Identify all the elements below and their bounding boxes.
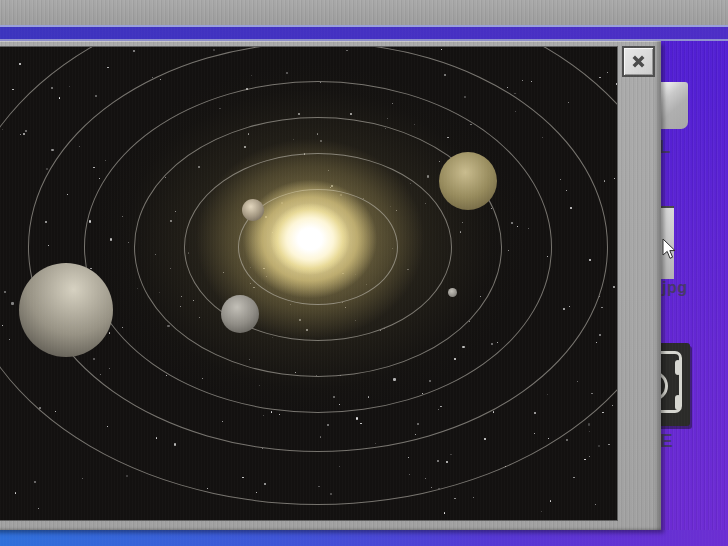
planet-rocky-gray	[221, 295, 259, 333]
close-button[interactable]	[622, 46, 655, 77]
top-panel	[0, 0, 728, 25]
accent-divider-bottom	[0, 530, 728, 546]
safe-hinge-glyph	[675, 395, 681, 410]
image-viewer-window	[0, 41, 661, 530]
planet-inner-moon	[242, 199, 264, 221]
planets	[0, 47, 617, 520]
planet-small-dot	[448, 288, 457, 297]
jpg-file-label[interactable]: .jpg	[657, 279, 687, 297]
planet-olive-tan	[439, 152, 497, 210]
screen: L .jpg E	[0, 0, 728, 546]
planet-large-gray	[19, 263, 113, 357]
mouse-cursor	[662, 238, 676, 260]
accent-divider-top	[0, 25, 728, 41]
safe-icon-label[interactable]: E	[660, 430, 673, 452]
viewer-image	[0, 47, 617, 520]
safe-hinge-glyph	[675, 360, 681, 375]
close-icon	[628, 51, 649, 72]
